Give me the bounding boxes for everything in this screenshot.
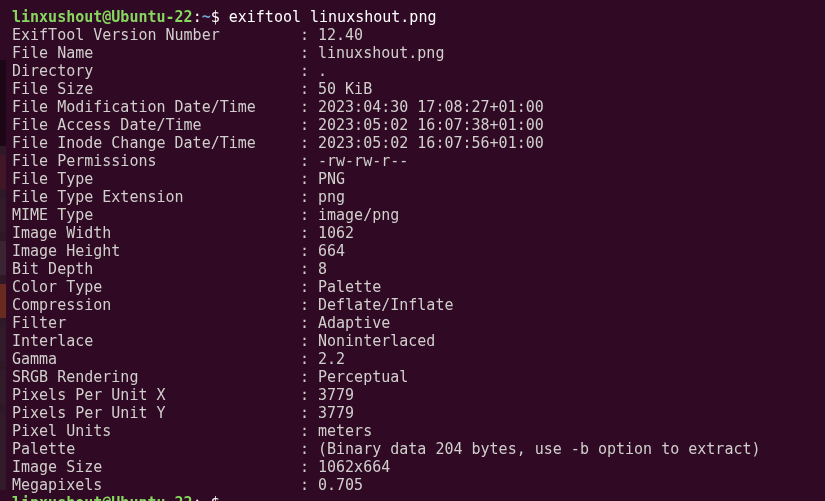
output-key: File Type Extension: [12, 188, 300, 206]
output-key: Pixel Units: [12, 422, 300, 440]
output-separator: :: [300, 368, 318, 386]
output-value: meters: [318, 422, 372, 440]
output-line: Compression: Deflate/Inflate: [12, 296, 813, 314]
output-separator: :: [300, 314, 318, 332]
output-line: File Inode Change Date/Time: 2023:05:02 …: [12, 134, 813, 152]
output-line: MIME Type: image/png: [12, 206, 813, 224]
output-separator: :: [300, 440, 318, 458]
output-separator: :: [300, 134, 318, 152]
output-separator: :: [300, 296, 318, 314]
output-value: Perceptual: [318, 368, 408, 386]
output-value: 8: [318, 260, 327, 278]
prompt-line-1: linxushout@Ubuntu-22:~$ exiftool linuxsh…: [12, 8, 813, 26]
prompt-line-2: linxushout@Ubuntu-22:~$: [12, 494, 813, 501]
output-line: Palette: (Binary data 204 bytes, use -b …: [12, 440, 813, 458]
output-value: Deflate/Inflate: [318, 296, 453, 314]
output-separator: :: [300, 260, 318, 278]
output-key: Bit Depth: [12, 260, 300, 278]
output-key: Image Height: [12, 242, 300, 260]
output-separator: :: [300, 458, 318, 476]
output-value: 664: [318, 242, 345, 260]
output-line: Bit Depth: 8: [12, 260, 813, 278]
output-separator: :: [300, 152, 318, 170]
output-key: File Name: [12, 44, 300, 62]
output-separator: :: [300, 98, 318, 116]
output-separator: :: [300, 332, 318, 350]
output-value: linuxshout.png: [318, 44, 444, 62]
output-value: 1062: [318, 224, 354, 242]
output-key: File Inode Change Date/Time: [12, 134, 300, 152]
output-key: SRGB Rendering: [12, 368, 300, 386]
output-key: File Access Date/Time: [12, 116, 300, 134]
output-value: Palette: [318, 278, 381, 296]
output-key: Color Type: [12, 278, 300, 296]
output-line: File Size: 50 KiB: [12, 80, 813, 98]
output-value: 2023:04:30 17:08:27+01:00: [318, 98, 544, 116]
output-key: Interlace: [12, 332, 300, 350]
output-key: Directory: [12, 62, 300, 80]
output-separator: :: [300, 476, 318, 494]
prompt-path: ~: [202, 8, 211, 26]
output-line: File Type: PNG: [12, 170, 813, 188]
output-value: 1062x664: [318, 458, 390, 476]
prompt-sep2: $: [211, 8, 229, 26]
output-value: .: [318, 62, 327, 80]
output-line: Interlace: Noninterlaced: [12, 332, 813, 350]
output-key: File Permissions: [12, 152, 300, 170]
output-value: 0.705: [318, 476, 363, 494]
output-value: 12.40: [318, 26, 363, 44]
output-value: 3779: [318, 386, 354, 404]
output-separator: :: [300, 224, 318, 242]
output-line: File Type Extension: png: [12, 188, 813, 206]
prompt-path: ~: [202, 494, 211, 501]
output-separator: :: [300, 206, 318, 224]
output-separator: :: [300, 278, 318, 296]
output-key: File Type: [12, 170, 300, 188]
output-key: File Size: [12, 80, 300, 98]
prompt-sep1: :: [193, 494, 202, 501]
output-line: Filter: Adaptive: [12, 314, 813, 332]
dock-sliver: [0, 60, 6, 490]
output-separator: :: [300, 116, 318, 134]
output-line: File Modification Date/Time: 2023:04:30 …: [12, 98, 813, 116]
output-separator: :: [300, 170, 318, 188]
prompt-sep2: $: [211, 494, 220, 501]
output-line: File Permissions: -rw-rw-r--: [12, 152, 813, 170]
output-line: Gamma: 2.2: [12, 350, 813, 368]
output-line: Pixel Units: meters: [12, 422, 813, 440]
output-line: Image Size: 1062x664: [12, 458, 813, 476]
output-key: Image Size: [12, 458, 300, 476]
prompt-sep1: :: [193, 8, 202, 26]
output-separator: :: [300, 188, 318, 206]
output-key: Filter: [12, 314, 300, 332]
output-value: 2023:05:02 16:07:38+01:00: [318, 116, 544, 134]
output-line: File Access Date/Time: 2023:05:02 16:07:…: [12, 116, 813, 134]
output-separator: :: [300, 80, 318, 98]
output-value: -rw-rw-r--: [318, 152, 408, 170]
output-line: File Name: linuxshout.png: [12, 44, 813, 62]
output-line: Pixels Per Unit X: 3779: [12, 386, 813, 404]
output-value: 2023:05:02 16:07:56+01:00: [318, 134, 544, 152]
output-line: Megapixels: 0.705: [12, 476, 813, 494]
output-line: Image Height: 664: [12, 242, 813, 260]
output-value: Adaptive: [318, 314, 390, 332]
output-separator: :: [300, 386, 318, 404]
prompt-user: linxushout@Ubuntu-22: [12, 494, 193, 501]
output-separator: :: [300, 26, 318, 44]
command-text: exiftool linuxshout.png: [229, 8, 437, 26]
output-value: 3779: [318, 404, 354, 422]
output-key: Pixels Per Unit X: [12, 386, 300, 404]
output-line: SRGB Rendering: Perceptual: [12, 368, 813, 386]
output-separator: :: [300, 62, 318, 80]
output-key: File Modification Date/Time: [12, 98, 300, 116]
terminal[interactable]: linxushout@Ubuntu-22:~$ exiftool linuxsh…: [0, 8, 825, 501]
output-line: Directory: .: [12, 62, 813, 80]
output-value: 2.2: [318, 350, 345, 368]
output-separator: :: [300, 242, 318, 260]
output-separator: :: [300, 350, 318, 368]
output-key: Gamma: [12, 350, 300, 368]
output-line: Image Width: 1062: [12, 224, 813, 242]
output-key: Pixels Per Unit Y: [12, 404, 300, 422]
output-key: Palette: [12, 440, 300, 458]
output-separator: :: [300, 422, 318, 440]
